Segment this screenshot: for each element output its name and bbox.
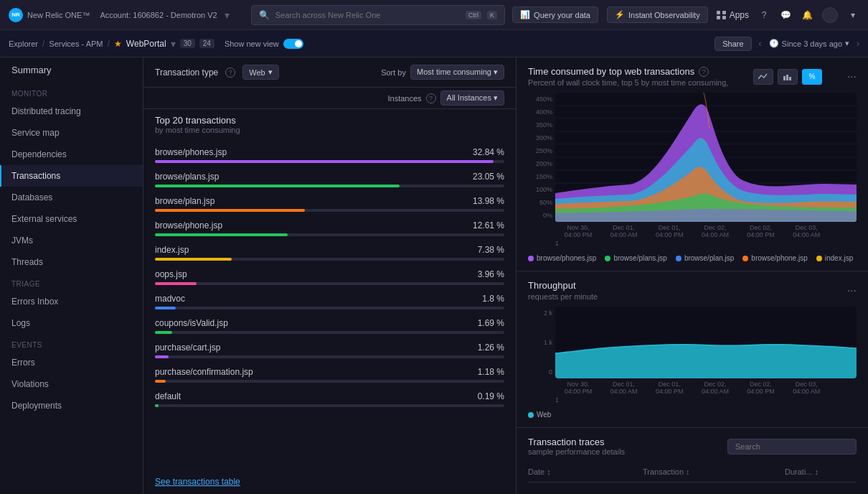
instances-info-icon[interactable]: ? <box>426 93 436 103</box>
transaction-pct: 3.96 % <box>478 269 504 279</box>
transaction-item[interactable]: index.jsp 7.38 % <box>143 241 516 265</box>
sidebar-item-transactions[interactable]: Transactions <box>0 165 143 187</box>
traces-title-area: Transaction traces sample performance de… <box>528 437 625 456</box>
transaction-item[interactable]: purchase/confirmation.jsp 1.18 % <box>143 363 516 387</box>
sidebar-item-deployments[interactable]: Deployments <box>0 395 143 416</box>
chart-btn-line[interactable] <box>753 69 773 85</box>
transaction-type-select[interactable]: Web ▾ <box>242 65 278 80</box>
transaction-pct: 1.69 % <box>478 318 504 328</box>
time-chart-bottom-label: 1 <box>528 238 857 248</box>
sidebar-item-jvms[interactable]: JVMs <box>0 230 143 251</box>
list-subtitle: by most time consuming <box>155 126 504 134</box>
transaction-item[interactable]: browse/phones.jsp 32.84 % <box>143 143 516 167</box>
transaction-item[interactable]: coupons/isValid.jsp 1.69 % <box>143 314 516 338</box>
see-more-link[interactable]: See transactions table <box>155 477 240 487</box>
transaction-type-label: Transaction type <box>155 67 218 78</box>
transaction-name: purchase/confirmation.jsp <box>155 367 253 377</box>
apps-btn[interactable]: Apps <box>717 10 749 20</box>
search-input[interactable] <box>275 11 460 19</box>
time-chart-y-axis: 450% 400% 350% 300% 250% 200% 150% 100% … <box>528 93 555 222</box>
help-icon[interactable]: ? <box>758 9 770 22</box>
transaction-bar-bg <box>155 282 504 285</box>
sidebar-item-errors[interactable]: Errors <box>0 352 143 373</box>
transaction-type-info-icon[interactable]: ? <box>225 67 235 78</box>
transaction-name: coupons/isValid.jsp <box>155 318 228 328</box>
chart-more-icon[interactable]: ··· <box>847 70 857 83</box>
transaction-item[interactable]: default 0.19 % <box>143 387 516 411</box>
legend-dot <box>816 256 822 261</box>
sidebar-item-errors-inbox[interactable]: Errors Inbox <box>0 291 143 312</box>
throughput-more-icon[interactable]: ··· <box>847 284 857 297</box>
nav-arrow-right[interactable]: › <box>857 39 859 49</box>
traces-search-input[interactable] <box>727 439 857 455</box>
transaction-item[interactable]: browse/plans.jsp 23.05 % <box>143 167 516 192</box>
sidebar-item-databases[interactable]: Databases <box>0 187 143 208</box>
breadcrumb-explorer[interactable]: Explorer <box>9 39 38 48</box>
right-panel: Time consumed by top web transactions ? … <box>516 57 868 494</box>
breadcrumb-portal[interactable]: WebPortal <box>126 39 166 49</box>
transaction-pct: 13.98 % <box>473 196 504 206</box>
portal-chevron[interactable]: ▾ <box>171 38 176 50</box>
breadcrumb-right: Share ‹ 🕐 Since 3 days ago ▾ › <box>714 37 859 51</box>
transaction-bar <box>155 380 166 383</box>
transaction-item[interactable]: madvoc 1.8 % <box>143 289 516 314</box>
sidebar-item-distributed-tracing[interactable]: Distributed tracing <box>0 101 143 122</box>
th-date[interactable]: Date ↕ <box>528 467 643 476</box>
sidebar-summary[interactable]: Summary <box>0 57 143 83</box>
bell-icon[interactable]: 🔔 <box>801 9 813 22</box>
throughput-legend-web: Web <box>528 411 551 419</box>
sidebar-item-dependencies[interactable]: Dependencies <box>0 144 143 165</box>
transaction-item[interactable]: purchase/cart.jsp 1.26 % <box>143 338 516 363</box>
share-button[interactable]: Share <box>714 37 751 51</box>
app-name: New Relic ONE™ <box>27 11 90 19</box>
sidebar-item-external-services[interactable]: External services <box>0 208 143 230</box>
sidebar: Summary Monitor Distributed tracing Serv… <box>0 57 143 494</box>
transaction-bar <box>155 185 400 187</box>
show-new-view: Show new view <box>225 39 303 49</box>
sidebar-item-logs[interactable]: Logs <box>0 312 143 334</box>
chart-btn-pct[interactable]: % <box>802 69 822 85</box>
sort-by: Sort by Most time consuming ▾ <box>381 65 504 80</box>
instances-select[interactable]: All Instances ▾ <box>440 90 504 106</box>
transaction-name: browse/phones.jsp <box>155 147 227 157</box>
throughput-subtitle: requests per minute <box>528 292 598 301</box>
time-chart-info-icon[interactable]: ? <box>699 67 709 77</box>
transaction-bar <box>155 282 197 285</box>
list-header: Top 20 transactions by most time consumi… <box>143 109 516 137</box>
transaction-item[interactable]: browse/plan.jsp 13.98 % <box>143 192 516 216</box>
new-view-toggle[interactable] <box>283 39 303 49</box>
transaction-item[interactable]: browse/phone.jsp 12.61 % <box>143 216 516 241</box>
breadcrumb-star-icon[interactable]: ★ <box>114 39 122 49</box>
transaction-item[interactable]: oops.jsp 3.96 % <box>143 265 516 289</box>
since-btn[interactable]: 🕐 Since 3 days ago ▾ <box>769 39 849 48</box>
instances-label: Instances <box>387 94 421 103</box>
legend-dot <box>605 256 610 261</box>
instances-chevron: ▾ <box>494 93 498 102</box>
user-icon[interactable] <box>822 7 838 23</box>
throughput-title: Throughput <box>528 280 598 291</box>
breadcrumb-service[interactable]: Services - APM <box>49 39 103 48</box>
sidebar-item-service-map[interactable]: Service map <box>0 122 143 144</box>
th-duration-sort-icon: ↕ <box>815 467 819 476</box>
query-btn[interactable]: 📊 Query your data <box>512 6 598 23</box>
search-bar[interactable]: 🔍 Ctrl K <box>251 5 505 25</box>
nav-arrow-left[interactable]: ‹ <box>759 39 762 49</box>
chat-icon[interactable]: 💬 <box>779 9 792 22</box>
transaction-bar-bg <box>155 380 504 383</box>
time-chart-svg <box>555 93 857 222</box>
left-panel: Transaction type ? Web ▾ Sort by Most ti… <box>143 57 516 494</box>
instant-btn[interactable]: ⚡ Instant Observability <box>607 6 708 23</box>
sidebar-item-violations[interactable]: Violations <box>0 373 143 395</box>
nav-chevron[interactable]: ▾ <box>846 9 859 22</box>
account-chevron[interactable]: ▾ <box>225 9 230 21</box>
th-transaction[interactable]: Transaction ↕ <box>643 467 785 476</box>
throughput-svg <box>555 307 857 378</box>
sort-by-select[interactable]: Most time consuming ▾ <box>410 65 504 80</box>
transaction-bar-bg <box>155 307 504 309</box>
transaction-name: madvoc <box>155 294 185 304</box>
chart-btn-bar[interactable] <box>778 69 798 85</box>
sidebar-item-threads[interactable]: Threads <box>0 251 143 273</box>
th-date-sort-icon: ↕ <box>547 467 551 476</box>
transaction-name: browse/plans.jsp <box>155 172 219 182</box>
th-duration[interactable]: Durati... ↕ <box>785 467 857 476</box>
